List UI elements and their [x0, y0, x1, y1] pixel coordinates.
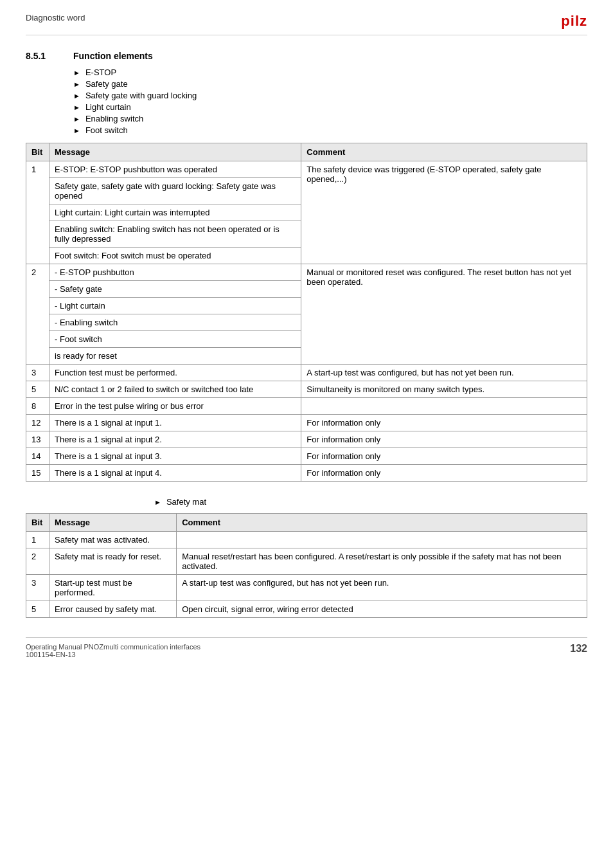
- message-cell: - E-STOP pushbutton: [49, 264, 301, 281]
- comment-cell: For information only: [301, 448, 587, 465]
- header-title: Diagnostic word: [26, 13, 85, 23]
- function-elements-list: ►E-STOP ►Safety gate ►Safety gate with g…: [73, 68, 587, 135]
- comment-cell: Open circuit, signal error, wiring error…: [177, 601, 587, 618]
- bit-cell: 5: [26, 601, 49, 618]
- message-cell: Enabling switch: Enabling switch has not…: [49, 221, 301, 248]
- message-cell: Safety mat is ready for reset.: [49, 548, 177, 575]
- message-cell: Function test must be performed.: [49, 365, 301, 381]
- table-row: 1E-STOP: E-STOP pushbutton was operatedT…: [26, 161, 587, 178]
- footer-left: Operating Manual PNOZmulti communication…: [26, 643, 200, 658]
- bit-cell: 14: [26, 448, 49, 465]
- message-cell: Safety mat was activated.: [49, 532, 177, 548]
- col-comment: Comment: [177, 514, 587, 532]
- message-cell: - Enabling switch: [49, 314, 301, 331]
- bit-cell: 13: [26, 431, 49, 448]
- table-row: 5Error caused by safety mat.Open circuit…: [26, 601, 587, 618]
- section-number: 8.5.1: [26, 51, 58, 61]
- section-heading: Function elements: [73, 51, 153, 61]
- message-cell: There is a 1 signal at input 1.: [49, 415, 301, 431]
- section-title-row: 8.5.1 Function elements: [26, 51, 587, 61]
- message-cell: E-STOP: E-STOP pushbutton was operated: [49, 161, 301, 178]
- diagnostic-table-1: Bit Message Comment 1E-STOP: E-STOP push…: [26, 143, 587, 482]
- bullet-arrow-icon: ►: [73, 127, 80, 134]
- comment-cell: A start-up test was configured, but has …: [301, 365, 587, 381]
- message-cell: - Light curtain: [49, 298, 301, 314]
- col-bit: Bit: [26, 143, 49, 161]
- table-row: 13There is a 1 signal at input 2.For inf…: [26, 431, 587, 448]
- bullet-arrow-icon: ►: [73, 69, 80, 77]
- page-footer: Operating Manual PNOZmulti communication…: [26, 637, 587, 658]
- bit-cell: 12: [26, 415, 49, 431]
- col-message: Message: [49, 143, 301, 161]
- comment-cell: [301, 398, 587, 415]
- list-item: ►Enabling switch: [73, 114, 587, 123]
- bullet-arrow-icon: ►: [73, 104, 80, 111]
- bullet-arrow-icon: ►: [73, 115, 80, 123]
- comment-cell: For information only: [301, 431, 587, 448]
- bit-cell: 8: [26, 398, 49, 415]
- bit-cell: 5: [26, 381, 49, 398]
- bullet-arrow-icon: ►: [73, 92, 80, 100]
- table-row: 2Safety mat is ready for reset.Manual re…: [26, 548, 587, 575]
- list-item: ►Safety gate with guard locking: [73, 91, 587, 100]
- message-cell: Light curtain: Light curtain was interru…: [49, 204, 301, 221]
- comment-cell: For information only: [301, 465, 587, 482]
- message-cell: There is a 1 signal at input 3.: [49, 448, 301, 465]
- table-row: 3Function test must be performed.A start…: [26, 365, 587, 381]
- list-item: ►Foot switch: [73, 125, 587, 135]
- table-row: 1Safety mat was activated.: [26, 532, 587, 548]
- comment-cell: A start-up test was configured, but has …: [177, 575, 587, 601]
- bit-cell: 2: [26, 264, 49, 365]
- list-item: ►Light curtain: [73, 102, 587, 112]
- list-item: ►Safety gate: [73, 79, 587, 89]
- bullet-arrow-icon: ►: [154, 498, 161, 506]
- col-comment: Comment: [301, 143, 587, 161]
- footer-page-number: 132: [570, 643, 587, 658]
- message-cell: There is a 1 signal at input 2.: [49, 431, 301, 448]
- message-cell: N/C contact 1 or 2 failed to switch or s…: [49, 381, 301, 398]
- safety-mat-bullet-row: ► Safety mat: [154, 497, 587, 507]
- bit-cell: 1: [26, 161, 49, 264]
- table-row: 2- E-STOP pushbuttonManual or monitored …: [26, 264, 587, 281]
- message-cell: There is a 1 signal at input 4.: [49, 465, 301, 482]
- bit-cell: 2: [26, 548, 49, 575]
- col-message: Message: [49, 514, 177, 532]
- comment-cell: Manual reset/restart has been configured…: [177, 548, 587, 575]
- bit-cell: 3: [26, 365, 49, 381]
- diagnostic-table-2: Bit Message Comment 1Safety mat was acti…: [26, 513, 587, 618]
- message-cell: Error in the test pulse wiring or bus er…: [49, 398, 301, 415]
- page-header: Diagnostic word pilz: [26, 13, 587, 35]
- comment-cell: Simultaneity is monitored on many switch…: [301, 381, 587, 398]
- table-row: 12There is a 1 signal at input 1.For inf…: [26, 415, 587, 431]
- bit-cell: 15: [26, 465, 49, 482]
- table-row: 15There is a 1 signal at input 4.For inf…: [26, 465, 587, 482]
- bit-cell: 1: [26, 532, 49, 548]
- message-cell: Start-up test must be performed.: [49, 575, 177, 601]
- table-row: 5N/C contact 1 or 2 failed to switch or …: [26, 381, 587, 398]
- safety-mat-section: ► Safety mat Bit Message Comment 1Safety…: [26, 497, 587, 618]
- safety-mat-label: Safety mat: [166, 497, 206, 507]
- message-cell: - Foot switch: [49, 331, 301, 348]
- logo: pilz: [561, 13, 587, 30]
- bit-cell: 3: [26, 575, 49, 601]
- message-cell: Safety gate, safety gate with guard lock…: [49, 178, 301, 204]
- comment-cell: For information only: [301, 415, 587, 431]
- table-row: 3Start-up test must be performed.A start…: [26, 575, 587, 601]
- comment-cell: Manual or monitored reset was configured…: [301, 264, 587, 365]
- message-cell: is ready for reset: [49, 348, 301, 365]
- table-row: 14There is a 1 signal at input 3.For inf…: [26, 448, 587, 465]
- message-cell: Error caused by safety mat.: [49, 601, 177, 618]
- col-bit: Bit: [26, 514, 49, 532]
- table-row: 8Error in the test pulse wiring or bus e…: [26, 398, 587, 415]
- message-cell: Foot switch: Foot switch must be operate…: [49, 248, 301, 264]
- list-item: ►E-STOP: [73, 68, 587, 77]
- bullet-arrow-icon: ►: [73, 80, 80, 88]
- comment-cell: The safety device was triggered (E-STOP …: [301, 161, 587, 264]
- message-cell: - Safety gate: [49, 281, 301, 298]
- comment-cell: [177, 532, 587, 548]
